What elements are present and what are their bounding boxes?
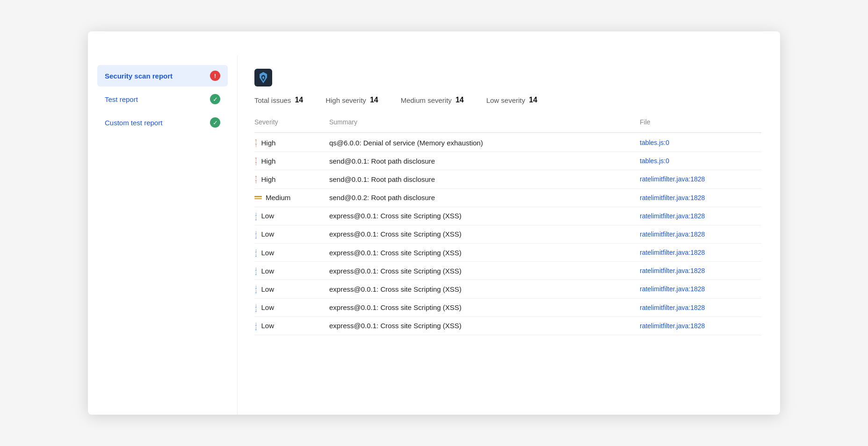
sidebar-item-badge: ✓ [210, 117, 220, 128]
file-link[interactable]: ratelimitfilter.java:1828 [640, 267, 705, 274]
table-body: ↑↑Highqs@6.0.0: Denial of service (Memor… [254, 134, 761, 335]
file-link[interactable]: ratelimitfilter.java:1828 [640, 212, 705, 220]
stat-label: Total issues [254, 96, 291, 104]
severity-label: Low [261, 303, 275, 311]
stat-item-1: High severity14 [326, 96, 378, 104]
file-link[interactable]: ratelimitfilter.java:1828 [640, 194, 705, 201]
file-link[interactable]: ratelimitfilter.java:1828 [640, 249, 705, 256]
file-link[interactable]: ratelimitfilter.java:1828 [640, 322, 705, 330]
stat-label: High severity [326, 96, 366, 104]
modal-body: Security scan report!Test report✓Custom … [88, 56, 780, 415]
stat-value: 14 [370, 96, 378, 104]
reports-modal: Security scan report!Test report✓Custom … [88, 31, 780, 415]
vulnerabilities-table: SeveritySummaryFile ↑↑Highqs@6.0.0: Deni… [254, 115, 761, 335]
sidebar-item-badge: ! [210, 71, 220, 81]
file-link[interactable]: ratelimitfilter.java:1828 [640, 175, 705, 183]
table-row: ↓↓Lowexpress@0.0.1: Cross site Scripting… [254, 262, 761, 280]
severity-cell: ↑↑High [254, 157, 329, 165]
table-row: ↑↑Highsend@0.0.1: Root path disclosureta… [254, 152, 761, 170]
summary-cell: express@0.0.1: Cross site Scripting (XSS… [329, 212, 640, 220]
table-row: ↓↓Lowexpress@0.0.1: Cross site Scripting… [254, 244, 761, 262]
severity-label: Low [261, 322, 275, 330]
table-row: ↓↓Lowexpress@0.0.1: Cross site Scripting… [254, 317, 761, 335]
file-link[interactable]: ratelimitfilter.java:1828 [640, 304, 705, 311]
table-row: ↓↓Lowexpress@0.0.1: Cross site Scripting… [254, 280, 761, 298]
severity-cell: ↓↓Low [254, 322, 329, 330]
summary-cell: express@0.0.1: Cross site Scripting (XSS… [329, 285, 640, 293]
stat-item-2: Medium severity14 [401, 96, 464, 104]
severity-cell: ↓↓Low [254, 230, 329, 238]
severity-cell: ↓↓Low [254, 285, 329, 293]
file-cell: ratelimitfilter.java:1828 [640, 212, 761, 220]
summary-cell: express@0.0.1: Cross site Scripting (XSS… [329, 230, 640, 238]
sidebar-item-security-scan-report[interactable]: Security scan report! [97, 65, 228, 86]
severity-cell: Medium [254, 194, 329, 201]
severity-label: High [261, 139, 276, 147]
low-severity-icon: ↓↓ [254, 285, 258, 293]
stat-item-0: Total issues14 [254, 96, 303, 104]
summary-cell: express@0.0.1: Cross site Scripting (XSS… [329, 249, 640, 257]
sidebar-item-custom-test-report[interactable]: Custom test report✓ [97, 112, 228, 133]
sidebar-item-badge: ✓ [210, 94, 220, 104]
file-cell: ratelimitfilter.java:1828 [640, 322, 761, 330]
close-button[interactable] [756, 44, 763, 48]
stat-label: Low severity [486, 96, 525, 104]
severity-cell: ↓↓Low [254, 248, 329, 257]
low-severity-icon: ↓↓ [254, 266, 258, 275]
low-severity-icon: ↓↓ [254, 230, 258, 238]
summary-cell: express@0.0.1: Cross site Scripting (XSS… [329, 303, 640, 311]
file-cell: ratelimitfilter.java:1828 [640, 230, 761, 238]
stat-value: 14 [295, 96, 303, 104]
severity-label: Medium [266, 194, 290, 201]
file-cell: ratelimitfilter.java:1828 [640, 285, 761, 293]
file-cell: ratelimitfilter.java:1828 [640, 248, 761, 257]
file-link[interactable]: ratelimitfilter.java:1828 [640, 230, 705, 238]
low-severity-icon: ↓↓ [254, 303, 258, 312]
severity-label: High [261, 175, 276, 183]
table-row: Mediumsend@0.0.2: Root path disclosurera… [254, 189, 761, 207]
file-link[interactable]: tables.js:0 [640, 157, 669, 165]
table-row: ↓↓Lowexpress@0.0.1: Cross site Scripting… [254, 207, 761, 225]
file-link[interactable]: ratelimitfilter.java:1828 [640, 285, 705, 293]
severity-label: High [261, 157, 276, 165]
table-row: ↓↓Lowexpress@0.0.1: Cross site Scripting… [254, 225, 761, 244]
file-cell: ratelimitfilter.java:1828 [640, 266, 761, 275]
high-severity-icon: ↑↑ [254, 157, 258, 165]
table-col-summary: Summary [329, 115, 640, 129]
sidebar-item-test-report[interactable]: Test report✓ [97, 88, 228, 110]
file-cell: tables.js:0 [640, 157, 761, 165]
table-col-file: File [640, 115, 761, 129]
modal-header [88, 31, 780, 56]
severity-label: Low [261, 249, 275, 257]
medium-severity-icon [254, 196, 262, 199]
severity-cell: ↑↑High [254, 175, 329, 183]
stat-value: 14 [529, 96, 537, 104]
report-header [254, 69, 761, 86]
file-cell: tables.js:0 [640, 138, 761, 147]
low-severity-icon: ↓↓ [254, 322, 258, 330]
stats-row: Total issues14High severity14Medium seve… [254, 96, 761, 104]
summary-cell: express@0.0.1: Cross site Scripting (XSS… [329, 322, 640, 330]
high-severity-icon: ↑↑ [254, 138, 258, 147]
stat-value: 14 [456, 96, 464, 104]
table-row: ↓↓Lowexpress@0.0.1: Cross site Scripting… [254, 299, 761, 317]
severity-cell: ↑↑High [254, 138, 329, 147]
file-link[interactable]: tables.js:0 [640, 139, 669, 146]
high-severity-icon: ↑↑ [254, 175, 258, 183]
severity-label: Low [261, 212, 275, 220]
summary-cell: send@0.0.1: Root path disclosure [329, 157, 640, 165]
stat-label: Medium severity [401, 96, 452, 104]
sidebar-item-label: Custom test report [105, 119, 162, 127]
table-row: ↑↑Highsend@0.0.1: Root path disclosurera… [254, 170, 761, 188]
sidebar-item-label: Security scan report [105, 72, 173, 80]
sidebar: Security scan report!Test report✓Custom … [88, 56, 238, 415]
summary-cell: send@0.0.1: Root path disclosure [329, 175, 640, 183]
table-col-severity: Severity [254, 115, 329, 129]
severity-cell: ↓↓Low [254, 212, 329, 220]
main-content: Total issues14High severity14Medium seve… [238, 56, 780, 415]
severity-cell: ↓↓Low [254, 266, 329, 275]
summary-cell: qs@6.0.0: Denial of service (Memory exha… [329, 139, 640, 147]
severity-label: Low [261, 285, 275, 293]
severity-cell: ↓↓Low [254, 303, 329, 312]
summary-cell: send@0.0.2: Root path disclosure [329, 194, 640, 201]
